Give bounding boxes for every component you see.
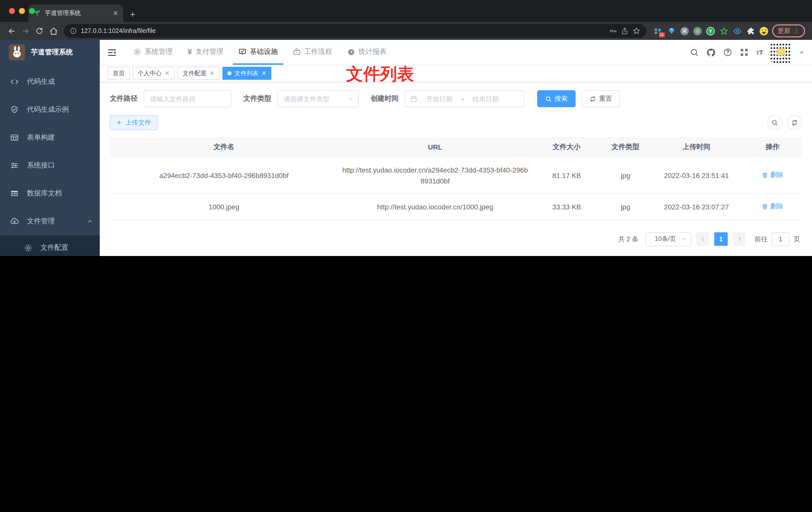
annotation-text: 文件列表	[346, 65, 414, 82]
start-date-input[interactable]	[419, 94, 459, 103]
file-type-label: 文件类型	[243, 94, 271, 103]
sidebar-logo[interactable]: 芋道管理系统	[0, 40, 100, 65]
table-row: a294ecb2-73dd-4353-bf40-296b8931d0bf htt…	[110, 157, 802, 194]
search-button[interactable]: 搜索	[537, 90, 576, 107]
cell-upload-time: 2022-03-16 23:07:27	[650, 194, 743, 220]
avatar-qr[interactable]	[771, 42, 791, 63]
ext-tampermonkey-icon[interactable]: 11	[654, 26, 662, 35]
ext-star-icon[interactable]	[719, 26, 728, 35]
tag-profile[interactable]: 个人中心 ✕	[133, 67, 175, 80]
toggle-search-button[interactable]	[767, 115, 782, 130]
prev-page-button[interactable]	[696, 232, 709, 246]
extension-icons: 11 ⌘ Y	[654, 26, 768, 35]
window-zoom-button[interactable]	[29, 8, 35, 14]
range-separator: -	[461, 95, 464, 102]
back-icon[interactable]	[5, 24, 18, 37]
sidebar: 芋道管理系统 代码生成 代码生成示例 表单构建 系统接口 数据库文档	[0, 40, 100, 256]
refresh-table-button[interactable]	[787, 115, 802, 130]
page-content: 文件路径 文件类型 创建时间 -	[100, 82, 812, 256]
fullscreen-icon[interactable]	[740, 48, 749, 57]
topnav-item-system[interactable]: 系统管理	[128, 40, 178, 65]
sidebar-item-form-builder[interactable]: 表单构建	[0, 124, 100, 152]
chevron-down-icon[interactable]	[799, 50, 805, 55]
new-tab-button[interactable]	[129, 11, 136, 18]
header-file-size: 文件大小	[532, 137, 601, 157]
create-time-label: 创建时间	[371, 94, 399, 103]
site-info-icon[interactable]	[70, 27, 77, 34]
goto-page-input[interactable]	[772, 232, 789, 246]
browser-toolbar: 127.0.0.1:1024/infra/file/file 11 ⌘ Y	[0, 22, 812, 40]
url-text: 127.0.0.1:1024/infra/file/file	[81, 27, 605, 34]
refresh-icon	[589, 95, 596, 102]
sidebar-item-system-api[interactable]: 系统接口	[0, 152, 100, 179]
ext-y-icon[interactable]: Y	[706, 27, 715, 35]
browser-update-button[interactable]: 更新 ⋮	[772, 24, 805, 37]
browser-menu-icon[interactable]: ⋮	[793, 28, 800, 34]
header-url: URL	[338, 137, 532, 157]
cell-file-size: 81.17 KB	[532, 157, 601, 194]
search-icon[interactable]	[690, 48, 699, 57]
sidebar-item-code-demo[interactable]: 代码生成示例	[0, 96, 100, 124]
sidebar-toggle-icon[interactable]	[107, 48, 117, 57]
topnav-item-infrastructure[interactable]: 基础设施	[233, 40, 283, 65]
share-icon[interactable]	[621, 27, 629, 35]
url-bar[interactable]: 127.0.0.1:1024/infra/file/file	[64, 24, 646, 38]
ext-gem-icon[interactable]	[667, 26, 676, 35]
font-size-icon[interactable]: TT	[756, 49, 763, 56]
topnav-item-payment[interactable]: ¥ 支付管理	[182, 40, 229, 65]
date-range-picker[interactable]: -	[405, 90, 524, 107]
cell-upload-time: 2022-03-16 23:51:41	[650, 157, 743, 194]
close-icon[interactable]: ✕	[209, 70, 214, 76]
reset-button[interactable]: 重置	[582, 90, 620, 107]
ext-puzzle-icon[interactable]	[746, 26, 755, 35]
forward-icon[interactable]	[19, 24, 32, 37]
monitor-check-icon	[238, 48, 246, 56]
ext-emoji-icon[interactable]	[760, 27, 768, 35]
home-icon[interactable]	[47, 24, 60, 37]
reload-icon[interactable]	[33, 24, 46, 37]
table-header-row: 文件名 URL 文件大小 文件类型 上传时间 操作	[110, 137, 802, 157]
bookmark-star-icon[interactable]	[633, 27, 640, 35]
file-path-input[interactable]	[144, 90, 231, 107]
sliders-icon	[10, 161, 19, 170]
sidebar-item-code-gen[interactable]: 代码生成	[0, 68, 100, 96]
main-panel: 系统管理 ¥ 支付管理 基础设施 工作流程 统计报表	[100, 40, 812, 256]
file-type-select[interactable]	[277, 90, 358, 107]
browser-tab[interactable]: 芋道管理系统 ✕	[28, 4, 123, 22]
active-dot	[227, 71, 231, 75]
upload-file-button[interactable]: 上传文件	[110, 115, 157, 130]
topnav-item-reports[interactable]: 统计报表	[342, 40, 392, 65]
cell-url: http://test.yudao.iocoder.cn/1000.jpeg	[338, 194, 532, 220]
trash-icon	[762, 172, 768, 179]
close-icon[interactable]: ✕	[261, 70, 266, 76]
window-close-button[interactable]	[9, 8, 15, 14]
tag-file-list[interactable]: 文件列表 ✕	[223, 67, 271, 80]
sidebar-item-file-management[interactable]: 文件管理	[0, 207, 100, 235]
next-page-button[interactable]	[733, 232, 746, 246]
window-minimize-button[interactable]	[19, 8, 25, 14]
ext-dot-icon[interactable]	[693, 27, 702, 35]
ext-eye-icon[interactable]	[733, 26, 742, 35]
tab-close-icon[interactable]: ✕	[113, 10, 118, 17]
page-size-select[interactable]	[645, 232, 691, 246]
tag-home[interactable]: 首页	[108, 67, 130, 80]
pagination: 共 2 条 1 前往 页	[110, 232, 802, 246]
delete-button[interactable]: 删除	[762, 170, 783, 181]
ext-badge: 11	[659, 32, 665, 37]
sidebar-item-db-doc[interactable]: 数据库文档	[0, 179, 100, 207]
gear-icon	[133, 48, 141, 56]
password-key-icon[interactable]	[609, 27, 617, 35]
delete-button[interactable]: 删除	[762, 201, 783, 212]
end-date-input[interactable]	[466, 94, 505, 103]
page-number-1[interactable]: 1	[714, 232, 728, 246]
file-path-label: 文件路径	[110, 94, 138, 103]
ext-command-icon[interactable]: ⌘	[680, 27, 689, 35]
help-icon[interactable]	[723, 48, 732, 57]
tag-file-config[interactable]: 文件配置 ✕	[178, 67, 220, 80]
sidebar-item-file-config[interactable]: 文件配置	[0, 235, 100, 256]
close-icon[interactable]: ✕	[165, 70, 170, 76]
yen-icon: ¥	[187, 47, 192, 56]
app-title: 芋道管理系统	[31, 48, 73, 57]
topnav-item-workflow[interactable]: 工作流程	[287, 40, 338, 65]
github-icon[interactable]	[706, 48, 716, 57]
